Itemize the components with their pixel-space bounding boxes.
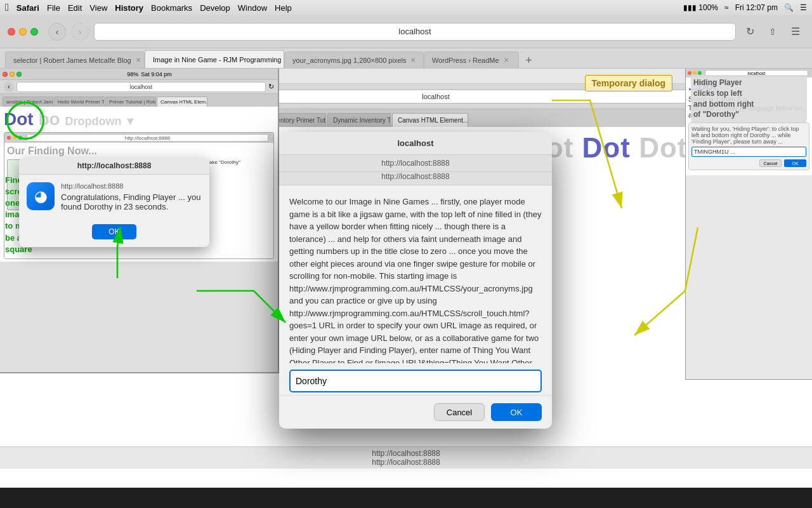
congrats-ok-button[interactable]: OK bbox=[92, 224, 136, 239]
battery-status: ▮▮▮ 100% bbox=[683, 3, 718, 12]
reading-list-button[interactable]: ☰ bbox=[787, 23, 804, 41]
right-mini-dialog: Waiting for you, 'Hiding Player': to cli… bbox=[688, 123, 809, 170]
congrats-body: ◕ http://localhost:8888 Congratulations,… bbox=[19, 175, 209, 219]
tab-3-close[interactable]: ✕ bbox=[502, 56, 511, 65]
mini-max bbox=[16, 72, 22, 77]
tab-1[interactable]: Image in Nine Game - RJM Programming - S… bbox=[145, 50, 284, 68]
mini-back: ‹ bbox=[4, 82, 14, 92]
back-button[interactable]: ‹ bbox=[48, 23, 66, 41]
tab-3[interactable]: WordPress › ReadMe ✕ bbox=[424, 51, 519, 68]
menu-window[interactable]: Window bbox=[238, 3, 267, 13]
tab-0-close[interactable]: ✕ bbox=[134, 56, 143, 65]
macos-menubar:  Safari File Edit View History Bookmark… bbox=[0, 0, 812, 15]
micro-max bbox=[18, 136, 22, 140]
right-buttons: Cancel OK bbox=[691, 159, 806, 167]
menu-icon[interactable]: ☰ bbox=[800, 3, 807, 12]
bottom-url-1: http://localhost:8888 bbox=[8, 449, 804, 458]
menu-edit[interactable]: Edit bbox=[68, 3, 82, 13]
main-dialog-url1: http://localhost:8888 bbox=[279, 155, 552, 172]
congrats-text-area: http://localhost:8888 Congratulations, F… bbox=[61, 182, 202, 211]
ok-button[interactable]: OK bbox=[491, 403, 542, 421]
mini-tabs: ansible | Robert James... Hello World Pr… bbox=[0, 94, 278, 107]
mini-bat: 98% bbox=[127, 71, 138, 77]
main-dialog-url2: http://localhost:8888 bbox=[279, 172, 552, 185]
clock: Fri 12:07 pm bbox=[735, 3, 778, 12]
mini-dot: Dot bbox=[4, 109, 34, 129]
forward-button[interactable]: › bbox=[71, 23, 89, 41]
micro-min bbox=[13, 136, 16, 140]
micro-toolbar: http://localhost:8888 bbox=[4, 133, 273, 143]
reload-button[interactable]: ↻ bbox=[741, 23, 759, 41]
address-bar[interactable]: localhost bbox=[94, 23, 736, 41]
mini-toolbar: 98% Sat 9:04 pm bbox=[0, 69, 278, 80]
mini-traffic bbox=[3, 72, 22, 77]
micro-address: http://localhost:8888 bbox=[27, 134, 268, 142]
maximize-button[interactable] bbox=[30, 28, 38, 36]
nested-tab-dyn: Dynamic Inventory Tuto... bbox=[327, 113, 391, 127]
mini-min bbox=[10, 72, 15, 77]
menu-bookmarks[interactable]: Bookmarks bbox=[151, 3, 192, 13]
right-nested-browser: localhost ...Dot Score is 1 from 2 g... … bbox=[685, 69, 812, 380]
bottom-url-2: http://localhost:8888 bbox=[8, 458, 804, 467]
apple-menu[interactable]:  bbox=[5, 2, 9, 13]
tab-bar: selector | Robert James Metcalfe Blog ✕ … bbox=[0, 48, 812, 69]
tab-0[interactable]: selector | Robert James Metcalfe Blog ✕ bbox=[5, 51, 145, 68]
mini-battery-row: 98% Sat 9:04 pm bbox=[23, 71, 275, 77]
safari-compass-icon: ◕ bbox=[27, 182, 55, 210]
tab-0-label: selector | Robert James Metcalfe Blog bbox=[13, 57, 131, 64]
main-dialog-input-area[interactable] bbox=[279, 363, 552, 395]
cancel-button[interactable]: Cancel bbox=[434, 403, 485, 421]
congrats-title: http://localhost:8888 bbox=[19, 157, 209, 175]
micro-close bbox=[7, 136, 11, 140]
nested-tab-canvas: Canvas HTML Element... bbox=[392, 113, 468, 127]
right-ok: OK bbox=[784, 159, 806, 167]
right-input: TMINGHM1U ... bbox=[691, 147, 806, 157]
close-button[interactable] bbox=[8, 28, 15, 36]
tab-1-label: Image in Nine Game - RJM Programming - S… bbox=[153, 56, 284, 64]
title-dot-end: Dot bbox=[639, 132, 687, 163]
menu-file[interactable]: File bbox=[47, 3, 60, 13]
main-dialog-buttons: Cancel OK bbox=[279, 395, 552, 429]
hiding-player-annotation: Hiding Player clicks top left and bottom… bbox=[691, 75, 807, 123]
tab-2[interactable]: your_acronyms.jpg 1,280×800 pixels ✕ bbox=[284, 51, 424, 68]
congrats-dialog: http://localhost:8888 ◕ http://localhost… bbox=[19, 157, 209, 247]
mini-nav: ‹ localhost ↻ bbox=[0, 80, 278, 94]
tab-3-label: WordPress › ReadMe bbox=[432, 57, 499, 64]
main-dialog-body: Welcome to our Image in Nine Games ... f… bbox=[279, 185, 552, 363]
tab-2-close[interactable]: ✕ bbox=[409, 56, 417, 65]
mini-tab-4: Canvas HTML Elem... bbox=[157, 97, 207, 107]
main-dialog: localhost http://localhost:8888 http://l… bbox=[279, 132, 552, 429]
mini-game-title: Dot bo Dropdown ▼ bbox=[4, 109, 274, 130]
minimize-button[interactable] bbox=[19, 28, 27, 36]
url-text: localhost bbox=[398, 27, 431, 36]
mini-dropdown: Dropdown ▼ bbox=[65, 115, 136, 128]
main-dialog-input[interactable] bbox=[289, 370, 542, 392]
new-tab-button[interactable]: + bbox=[521, 53, 537, 68]
main-content:  Safari File Edit View History Bookmark… bbox=[0, 69, 812, 488]
mini-address: localhost bbox=[16, 82, 266, 92]
menu-develop[interactable]: Develop bbox=[200, 3, 230, 13]
search-icon[interactable]: 🔍 bbox=[784, 3, 794, 12]
menu-view[interactable]: View bbox=[89, 3, 107, 13]
bottom-url-bar: http://localhost:8888 http://localhost:8… bbox=[0, 446, 812, 469]
menu-help[interactable]: Help bbox=[275, 3, 292, 13]
mini-tab-3: Primer Tutorial | Robert... bbox=[105, 97, 156, 107]
right-close bbox=[688, 71, 691, 75]
browser-toolbar: ‹ › localhost ↻ ⇧ ☰ bbox=[0, 15, 812, 48]
mini-bo: bo bbox=[38, 109, 60, 129]
congrats-url-line: http://localhost:8888 bbox=[61, 182, 202, 190]
temporary-dialog-label: Temporary dialog bbox=[585, 75, 672, 91]
right-cancel: Cancel bbox=[759, 159, 782, 167]
mini-close bbox=[3, 72, 8, 77]
menu-history[interactable]: History bbox=[115, 3, 143, 13]
share-button[interactable]: ⇧ bbox=[764, 23, 782, 41]
menu-safari[interactable]: Safari bbox=[16, 3, 39, 13]
micro-title: Our Finding Now... bbox=[7, 145, 271, 157]
congrats-btn-area: OK bbox=[19, 219, 209, 247]
mini-tab-1: ansible | Robert James... bbox=[3, 97, 53, 107]
congrats-message: Congratulations, Finding Player ... you … bbox=[61, 192, 202, 211]
mini-tab-2: Hello World Primer Tuto... bbox=[54, 97, 105, 107]
wifi-icon: ≈ bbox=[724, 3, 729, 12]
tab-2-label: your_acronyms.jpg 1,280×800 pixels bbox=[292, 57, 406, 64]
right-dialog-url: Waiting for you, 'Hiding Player': to cli… bbox=[691, 126, 806, 145]
